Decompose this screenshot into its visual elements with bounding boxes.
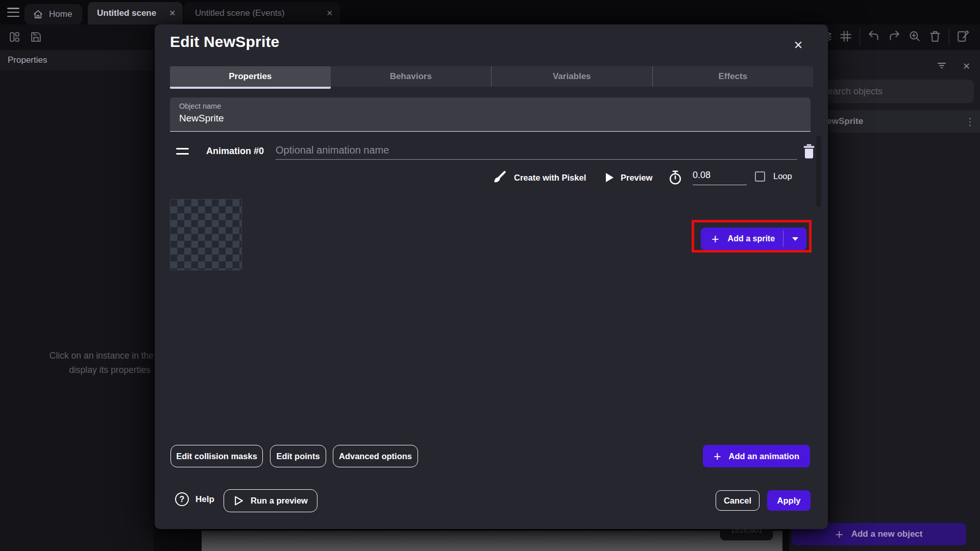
timer-icon [668,169,683,186]
plus-icon: + [714,450,721,463]
edit-sprite-dialog: Edit NewSprite ✕ Properties Behaviors Va… [155,24,828,529]
dialog-scrollbar-thumb[interactable] [816,136,821,207]
object-name-field[interactable]: Object name [170,97,811,132]
gdevelop-app: Home Untitled scene ✕ Untitled scene (Ev… [0,0,980,551]
tab-events-label: Untitled scene (Events) [195,8,285,18]
brush-icon [492,170,507,185]
delete-animation-icon[interactable] [802,143,816,159]
plus-icon: + [712,233,719,245]
dialog-close-icon[interactable]: ✕ [790,37,807,54]
add-animation-button[interactable]: + Add an animation [703,445,810,467]
tab-effects[interactable]: Effects [652,66,814,87]
preview-label: Preview [621,173,652,183]
zoom-in-icon[interactable] [908,30,921,45]
plus-icon: + [836,528,843,541]
properties-panel: Properties Click on an instance in the s… [0,50,154,551]
add-sprite-dropdown-button[interactable] [783,228,806,250]
edit-events-icon[interactable] [957,30,970,45]
tab-home[interactable]: Home [24,4,82,24]
add-sprite-label: Add a sprite [728,234,775,243]
object-name-field-label: Object name [179,102,221,110]
grid-icon[interactable] [839,30,852,45]
active-tab-indicator [170,87,331,89]
panels-layout-icon[interactable] [8,31,21,45]
edit-collision-masks-button[interactable]: Edit collision masks [170,445,263,467]
undo-icon[interactable] [867,30,880,45]
loop-label[interactable]: Loop [773,171,792,181]
highlight-box: + Add a sprite [692,220,812,253]
drag-handle-icon[interactable] [176,148,189,155]
top-bar: Home Untitled scene ✕ Untitled scene (Ev… [0,0,980,24]
play-icon [606,173,614,182]
edit-points-button[interactable]: Edit points [270,445,326,467]
apply-button[interactable]: Apply [767,490,811,511]
object-menu-icon[interactable]: ⋮ [965,116,975,128]
object-name-input[interactable] [179,113,797,124]
search-objects-input[interactable] [815,80,974,103]
loop-checkbox[interactable] [755,171,765,182]
properties-panel-title: Properties [0,50,154,70]
help-label: Help [195,494,214,505]
add-sprite-button[interactable]: + Add a sprite [701,228,806,250]
add-new-object-label: Add a new object [851,529,923,539]
time-between-frames-input[interactable] [693,170,747,185]
save-icon[interactable] [30,31,42,45]
create-with-piskel-button[interactable]: Create with Piskel [492,169,586,186]
tab-untitled-scene-events[interactable]: Untitled scene (Events) ✕ [184,2,340,24]
scene-editor-strip: 1516,801 [154,529,812,551]
tab-events-close-icon[interactable]: ✕ [326,9,333,18]
tab-untitled-scene[interactable]: Untitled scene ✕ [88,2,183,24]
play-outline-icon [233,495,244,506]
animation-tools-row: Create with Piskel Preview Loop [155,169,813,186]
tab-scene-close-icon[interactable]: ✕ [169,9,176,18]
preview-button[interactable]: Preview [606,169,652,186]
dialog-tabbar: Properties Behaviors Variables Effects [170,66,813,87]
sprite-placeholder-thumbnail[interactable] [170,199,242,270]
hamburger-menu-icon[interactable] [7,8,19,17]
animation-name-label: Animation #0 [206,146,264,157]
scene-canvas[interactable] [202,531,782,551]
create-with-piskel-label: Create with Piskel [514,173,586,183]
help-button[interactable]: ? Help [175,492,214,506]
scene-toolbar-icons [819,24,970,50]
tab-properties[interactable]: Properties [170,66,331,87]
add-animation-label: Add an animation [729,452,799,461]
properties-empty-message: Click on an instance in the sce display … [15,348,154,377]
filter-icon[interactable] [936,60,947,73]
question-mark-icon: ? [175,492,189,506]
chevron-down-icon [792,237,798,241]
cancel-button[interactable]: Cancel [716,490,760,511]
animation-name-input[interactable] [276,141,797,160]
trash-icon[interactable] [928,30,942,45]
dialog-title: Edit NewSprite [170,33,280,51]
tab-scene-label: Untitled scene [97,8,156,18]
tab-variables[interactable]: Variables [491,66,652,87]
redo-icon[interactable] [888,30,901,45]
toolbar-separator [949,29,949,46]
home-icon [33,9,43,20]
tab-home-label: Home [49,9,72,19]
run-preview-button[interactable]: Run a preview [224,489,317,512]
advanced-options-button[interactable]: Advanced options [333,445,418,467]
animation-row: Animation #0 [170,140,811,163]
objects-panel-close-icon[interactable]: ✕ [963,61,970,72]
tab-behaviors[interactable]: Behaviors [331,66,492,87]
toolbar-separator [860,29,860,46]
